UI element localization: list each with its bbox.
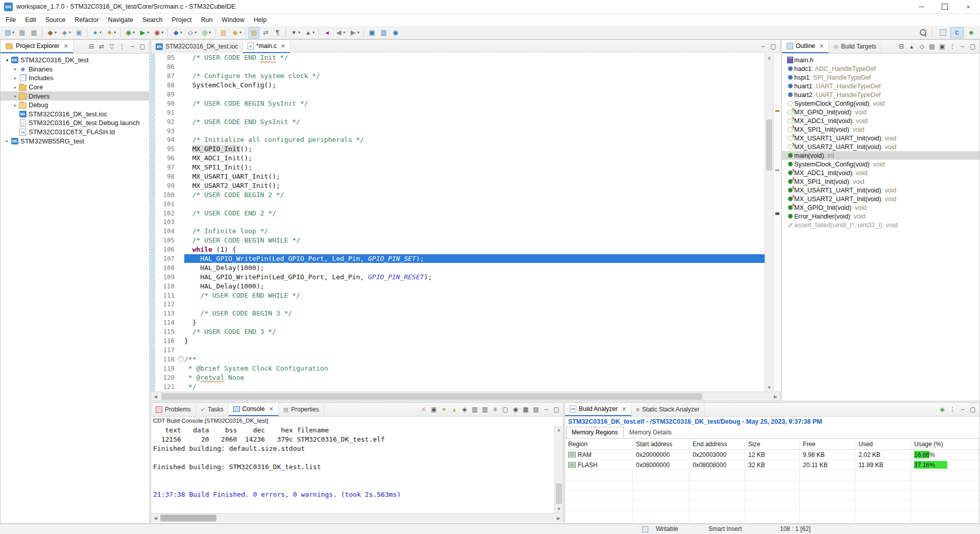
clear-console-icon[interactable]: ▢ [500, 404, 510, 415]
code-line-105[interactable]: 105 /* USER CODE BEGIN WHILE */ [155, 236, 765, 245]
outline-item-huart1[interactable]: huart1 : UART_HandleTypeDef [782, 82, 979, 90]
dropdown-caret-icon[interactable]: ▾ [55, 30, 57, 35]
column-header-used[interactable]: Used [855, 439, 911, 449]
cpp-perspective-button[interactable]: C [950, 27, 964, 38]
menu-source[interactable]: Source [41, 15, 70, 25]
forward-button[interactable]: ▶▾ [348, 27, 361, 38]
code-line-101[interactable]: 101 [155, 199, 765, 208]
column-header-start-address[interactable]: Start address [633, 439, 690, 449]
code-line-111[interactable]: 111 /* USER CODE END WHILE */ [155, 290, 765, 300]
minimize-panel-icon[interactable]: – [958, 404, 968, 415]
code-line-103[interactable]: 103 [155, 217, 765, 227]
dropdown-caret-icon[interactable]: ▾ [209, 30, 211, 35]
code-line-118[interactable]: 118–/** [155, 354, 765, 363]
scroll-right-icon[interactable]: ▶ [771, 392, 780, 401]
subtab-memory-regions[interactable]: Memory Regions [566, 427, 624, 438]
outline-item-systemclock-config-void-[interactable]: SystemClock_Config(void) : void [782, 160, 979, 168]
minimize-button[interactable] [910, 0, 933, 13]
scroll-down-icon[interactable]: ▼ [765, 383, 773, 392]
hide-non-public-icon[interactable]: ▣ [937, 41, 947, 52]
maximize-panel-icon[interactable]: ▢ [968, 404, 978, 415]
console-output[interactable]: text data bss dec hex filename 12156 20 … [151, 425, 563, 500]
tree-item-stm32c0316-dk-test-ioc[interactable]: MXSTM32C0316_DK_test.ioc [1, 110, 149, 119]
hide-static-members-icon[interactable]: ▤ [927, 41, 937, 52]
menu-help[interactable]: Help [249, 15, 272, 25]
last-edit-location-button[interactable]: ◂ [322, 27, 332, 38]
new-wizard-button[interactable]: ▤▾ [3, 27, 16, 38]
code-line-97[interactable]: 97 MX_SPI1_Init(); [155, 163, 765, 172]
menu-edit[interactable]: Edit [20, 15, 41, 25]
outline-item-mx-spi1-init-void-[interactable]: SMX_SPI1_Init(void) : void [782, 177, 979, 186]
scroll-left-icon[interactable]: ◀ [151, 514, 160, 522]
tree-item-debug[interactable]: ▸Debug [1, 101, 149, 110]
scrollbar-thumb[interactable] [556, 483, 562, 504]
dropdown-caret-icon[interactable]: ▾ [12, 30, 14, 35]
outline-item-error-handler-void-[interactable]: Error_Handler(void) : void [782, 212, 979, 221]
link-with-editor-button[interactable]: ⇄ [260, 27, 271, 38]
code-line-121[interactable]: 121 */ [155, 382, 765, 391]
scroll-up-icon[interactable]: ▲ [765, 53, 773, 62]
flash-programmer-button[interactable]: ★▾ [104, 27, 117, 38]
view-menu-icon[interactable]: ⋮ [947, 41, 958, 52]
tree-item-drivers[interactable]: ▸Drivers [1, 91, 149, 101]
menu-run[interactable]: Run [196, 15, 217, 25]
outline-item-mx-usart2-uart-init-void-[interactable]: SMX_USART2_UART_Init(void) : void [782, 195, 979, 203]
annotation-mark[interactable] [775, 110, 779, 112]
outline-item-mx-adc1-init-void-[interactable]: SMX_ADC1_Init(void) : void [782, 168, 979, 177]
scrollbar-thumb[interactable] [161, 393, 702, 400]
show-whitespace-button[interactable]: ¶ [272, 27, 283, 38]
code-line-117[interactable]: 117 [155, 346, 765, 355]
hide-fields-icon[interactable]: ◇ [917, 41, 927, 52]
code-line-120[interactable]: 120 * @retval None [155, 373, 765, 382]
debug-config-button[interactable]: ◉▾ [123, 27, 136, 38]
close-icon[interactable]: ✕ [269, 406, 274, 412]
outline-item-mx-usart1-uart-init-void-[interactable]: SMX_USART1_UART_Init(void) : void [782, 134, 979, 142]
code-line-94[interactable]: 94 /* Initialize all configured peripher… [155, 135, 765, 144]
outline-item-huart2[interactable]: huart2 : UART_HandleTypeDef [782, 90, 979, 99]
tab-tasks[interactable]: ✓Tasks [196, 403, 229, 416]
tab-ioc-file[interactable]: MX STM32C0316_DK_test.ioc [151, 40, 243, 53]
save-button[interactable]: ▦ [17, 27, 28, 38]
tab-console[interactable]: Console✕ [229, 403, 279, 416]
code-line-104[interactable]: 104 /* Infinite loop */ [155, 227, 765, 236]
chevron-right-icon[interactable]: ▸ [12, 103, 19, 108]
code-line-89[interactable]: 89 [155, 90, 765, 99]
dropdown-caret-icon[interactable]: ▾ [312, 30, 314, 35]
close-icon[interactable]: ✕ [63, 43, 68, 50]
view-menu-icon[interactable]: ⋮ [947, 404, 958, 415]
close-button[interactable]: × [957, 0, 980, 13]
code-line-91[interactable]: 91 [155, 108, 765, 117]
view-menu-icon[interactable]: ⋮ [117, 41, 127, 52]
pin-console-icon[interactable]: ◈ [459, 404, 470, 415]
scrollbar-thumb[interactable] [766, 119, 772, 171]
column-header-size[interactable]: Size [745, 439, 800, 449]
filter-icon[interactable]: ▽ [107, 41, 117, 52]
outline-item-mx-usart2-uart-init-void-[interactable]: SMX_USART2_UART_Init(void) : void [782, 142, 979, 151]
code-line-119[interactable]: 119 * @brief System Clock Configuration [155, 363, 765, 373]
menu-search[interactable]: Search [138, 15, 167, 25]
tree-item-includes[interactable]: ▸Includes [1, 74, 149, 83]
remove-launch-icon[interactable]: ▣ [429, 404, 439, 415]
chevron-right-icon[interactable]: ▸ [12, 76, 19, 81]
dropdown-caret-icon[interactable]: ▾ [357, 30, 359, 35]
selection-mark[interactable] [775, 212, 779, 215]
new-c-class-button[interactable]: ◆▾ [170, 27, 184, 38]
prev-console-icon[interactable]: ▴ [449, 404, 459, 415]
display-selected-console-icon[interactable]: ▦ [521, 404, 531, 415]
pin-editor-button[interactable]: ▣ [366, 27, 377, 38]
next-annotation-button[interactable]: ▾▾ [288, 27, 302, 38]
collapse-all-icon[interactable]: ⊟ [896, 41, 906, 52]
link-with-editor-icon[interactable]: ⇄ [96, 41, 107, 52]
mark-occurrences-button[interactable]: ▨ [249, 27, 259, 38]
code-line-85[interactable]: 85 /* USER CODE END Init */ [155, 53, 765, 62]
dropdown-caret-icon[interactable]: ▾ [180, 30, 182, 35]
dropdown-caret-icon[interactable]: ▾ [69, 30, 71, 35]
sort-icon[interactable]: ▴ [906, 41, 917, 52]
code-editor[interactable]: 85 /* USER CODE END Init */8687 /* Confi… [151, 53, 780, 392]
search-button[interactable] [918, 28, 928, 38]
code-line-87[interactable]: 87 /* Configure the system clock */ [155, 71, 765, 81]
outline-item-mx-spi1-init-void-[interactable]: SMX_SPI1_Init(void) : void [782, 125, 979, 134]
console-horizontal-scrollbar[interactable]: ◀ ▶ [151, 513, 563, 522]
code-line-88[interactable]: 88 SystemClock_Config(); [155, 81, 765, 90]
tab-problems[interactable]: Problems [151, 403, 196, 416]
